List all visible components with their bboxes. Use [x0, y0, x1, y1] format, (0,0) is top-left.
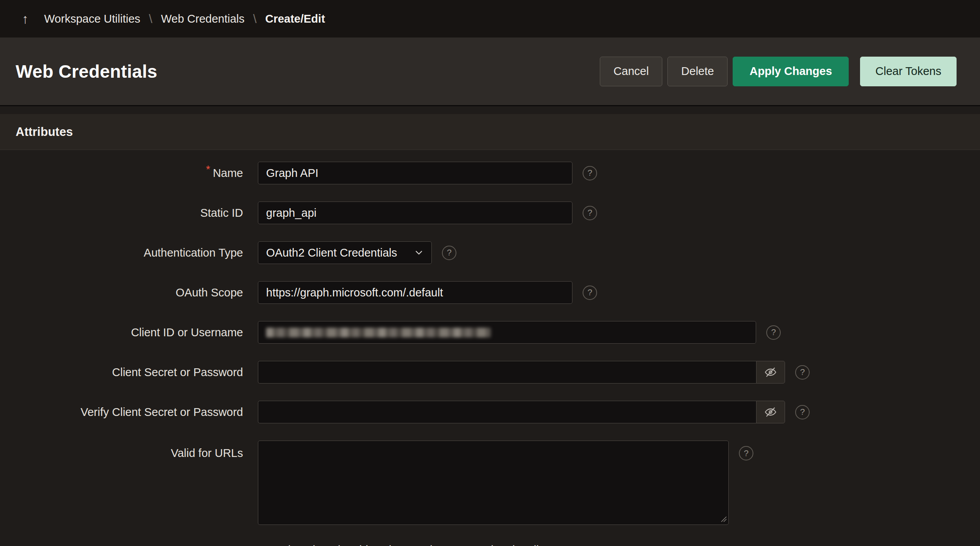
- cancel-button[interactable]: Cancel: [600, 57, 662, 86]
- name-input[interactable]: [258, 162, 572, 184]
- static-id-label: Static ID: [200, 207, 243, 219]
- oauth-scope-input[interactable]: [258, 281, 572, 304]
- client-secret-input[interactable]: [258, 361, 756, 384]
- field-row-name: *Name ?: [0, 162, 980, 184]
- up-arrow-icon[interactable]: ↑: [22, 12, 29, 25]
- oauth-scope-label: OAuth Scope: [176, 286, 243, 299]
- apply-changes-button[interactable]: Apply Changes: [733, 57, 849, 86]
- page-header: Web Credentials Cancel Delete Apply Chan…: [0, 37, 980, 106]
- verify-secret-label: Verify Client Secret or Password: [80, 406, 243, 418]
- show-password-button[interactable]: [756, 401, 785, 423]
- chevron-down-icon: [413, 247, 424, 258]
- help-icon[interactable]: ?: [583, 285, 597, 300]
- page-title: Web Credentials: [16, 61, 157, 82]
- auth-type-select[interactable]: OAuth2 Client Credentials: [258, 241, 432, 264]
- help-icon[interactable]: ?: [583, 166, 597, 180]
- field-row-client-id: Client ID or Username ?: [0, 321, 980, 344]
- breadcrumb-separator: \: [253, 12, 257, 26]
- auth-type-label: Authentication Type: [144, 246, 243, 259]
- delete-button[interactable]: Delete: [667, 57, 728, 86]
- field-row-verify-secret: Verify Client Secret or Password ?: [0, 401, 980, 423]
- breadcrumb: ↑ Workspace Utilities \ Web Credentials …: [0, 0, 980, 37]
- help-icon[interactable]: ?: [766, 325, 781, 340]
- static-id-input[interactable]: [258, 202, 572, 224]
- field-row-static-id: Static ID ?: [0, 202, 980, 224]
- breadcrumb-create-edit: Create/Edit: [265, 12, 325, 25]
- help-icon[interactable]: ?: [795, 405, 810, 419]
- attributes-section-title: Attributes: [16, 125, 73, 139]
- valid-urls-textarea[interactable]: [258, 441, 729, 525]
- show-password-button[interactable]: [756, 361, 785, 384]
- field-row-auth-type: Authentication Type OAuth2 Client Creden…: [0, 241, 980, 264]
- client-secret-note: Note that changing this value requires r…: [258, 544, 980, 546]
- redacted-value: [266, 328, 491, 337]
- field-row-client-secret: Client Secret or Password ?: [0, 361, 980, 384]
- help-icon[interactable]: ?: [739, 446, 753, 460]
- eye-slash-icon: [764, 366, 777, 378]
- attributes-section-header: Attributes: [0, 114, 980, 150]
- field-row-oauth-scope: OAuth Scope ?: [0, 281, 980, 304]
- valid-urls-label: Valid for URLs: [171, 447, 243, 459]
- eye-slash-icon: [764, 406, 777, 418]
- header-buttons: Cancel Delete Apply Changes Clear Tokens: [600, 57, 957, 86]
- breadcrumb-separator: \: [149, 12, 152, 26]
- breadcrumb-workspace-utilities[interactable]: Workspace Utilities: [44, 12, 140, 25]
- help-icon[interactable]: ?: [442, 246, 456, 260]
- web-credentials-page: ↑ Workspace Utilities \ Web Credentials …: [0, 0, 980, 546]
- client-secret-label: Client Secret or Password: [112, 366, 243, 378]
- breadcrumb-web-credentials[interactable]: Web Credentials: [161, 12, 245, 25]
- attributes-form: *Name ? Static ID ? Authentication Type: [0, 150, 980, 546]
- clear-tokens-button[interactable]: Clear Tokens: [860, 57, 957, 86]
- auth-type-selected-value: OAuth2 Client Credentials: [266, 246, 397, 259]
- verify-secret-input[interactable]: [258, 401, 756, 423]
- field-row-valid-urls: Valid for URLs ?: [0, 441, 980, 526]
- client-id-input[interactable]: [258, 321, 756, 344]
- required-marker: *: [206, 164, 210, 175]
- client-id-label: Client ID or Username: [131, 326, 243, 339]
- name-label: Name: [213, 167, 243, 179]
- help-icon[interactable]: ?: [583, 206, 597, 220]
- help-icon[interactable]: ?: [795, 365, 810, 380]
